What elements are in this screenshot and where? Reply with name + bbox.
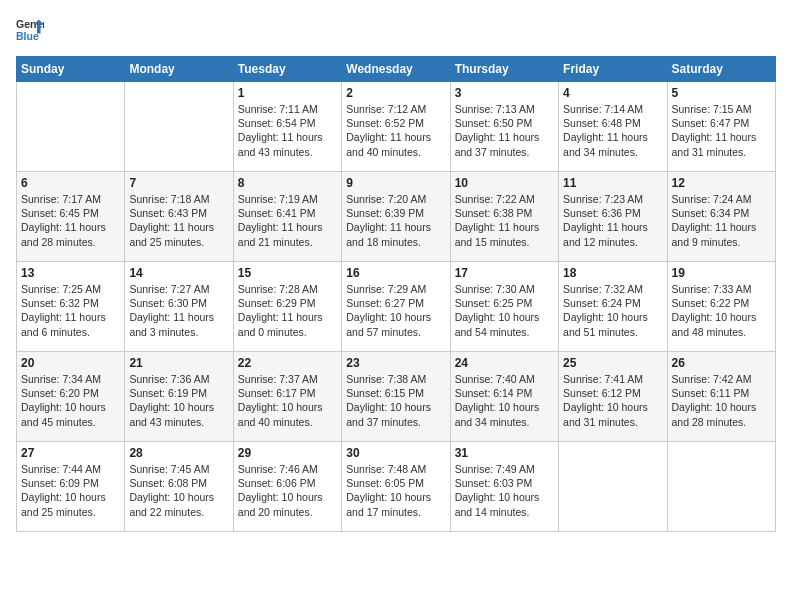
day-info: Sunrise: 7:41 AM Sunset: 6:12 PM Dayligh… (563, 372, 662, 429)
day-info: Sunrise: 7:48 AM Sunset: 6:05 PM Dayligh… (346, 462, 445, 519)
day-info: Sunrise: 7:20 AM Sunset: 6:39 PM Dayligh… (346, 192, 445, 249)
day-number: 26 (672, 356, 771, 370)
calendar-week-row: 1Sunrise: 7:11 AM Sunset: 6:54 PM Daylig… (17, 82, 776, 172)
day-info: Sunrise: 7:19 AM Sunset: 6:41 PM Dayligh… (238, 192, 337, 249)
day-number: 21 (129, 356, 228, 370)
day-number: 28 (129, 446, 228, 460)
calendar-cell: 31Sunrise: 7:49 AM Sunset: 6:03 PM Dayli… (450, 442, 558, 532)
calendar-cell: 26Sunrise: 7:42 AM Sunset: 6:11 PM Dayli… (667, 352, 775, 442)
day-info: Sunrise: 7:46 AM Sunset: 6:06 PM Dayligh… (238, 462, 337, 519)
day-info: Sunrise: 7:13 AM Sunset: 6:50 PM Dayligh… (455, 102, 554, 159)
day-header-saturday: Saturday (667, 57, 775, 82)
calendar-table: SundayMondayTuesdayWednesdayThursdayFrid… (16, 56, 776, 532)
calendar-cell: 2Sunrise: 7:12 AM Sunset: 6:52 PM Daylig… (342, 82, 450, 172)
calendar-cell: 1Sunrise: 7:11 AM Sunset: 6:54 PM Daylig… (233, 82, 341, 172)
page-header: General Blue (16, 16, 776, 44)
calendar-cell: 22Sunrise: 7:37 AM Sunset: 6:17 PM Dayli… (233, 352, 341, 442)
day-info: Sunrise: 7:28 AM Sunset: 6:29 PM Dayligh… (238, 282, 337, 339)
calendar-cell: 4Sunrise: 7:14 AM Sunset: 6:48 PM Daylig… (559, 82, 667, 172)
day-number: 2 (346, 86, 445, 100)
calendar-week-row: 20Sunrise: 7:34 AM Sunset: 6:20 PM Dayli… (17, 352, 776, 442)
day-number: 29 (238, 446, 337, 460)
day-header-sunday: Sunday (17, 57, 125, 82)
calendar-cell: 17Sunrise: 7:30 AM Sunset: 6:25 PM Dayli… (450, 262, 558, 352)
logo: General Blue (16, 16, 50, 44)
calendar-cell: 23Sunrise: 7:38 AM Sunset: 6:15 PM Dayli… (342, 352, 450, 442)
calendar-cell: 30Sunrise: 7:48 AM Sunset: 6:05 PM Dayli… (342, 442, 450, 532)
day-number: 18 (563, 266, 662, 280)
day-info: Sunrise: 7:14 AM Sunset: 6:48 PM Dayligh… (563, 102, 662, 159)
day-info: Sunrise: 7:25 AM Sunset: 6:32 PM Dayligh… (21, 282, 120, 339)
day-info: Sunrise: 7:37 AM Sunset: 6:17 PM Dayligh… (238, 372, 337, 429)
calendar-cell: 27Sunrise: 7:44 AM Sunset: 6:09 PM Dayli… (17, 442, 125, 532)
calendar-cell: 21Sunrise: 7:36 AM Sunset: 6:19 PM Dayli… (125, 352, 233, 442)
calendar-cell: 12Sunrise: 7:24 AM Sunset: 6:34 PM Dayli… (667, 172, 775, 262)
day-number: 8 (238, 176, 337, 190)
day-info: Sunrise: 7:17 AM Sunset: 6:45 PM Dayligh… (21, 192, 120, 249)
day-info: Sunrise: 7:33 AM Sunset: 6:22 PM Dayligh… (672, 282, 771, 339)
day-info: Sunrise: 7:36 AM Sunset: 6:19 PM Dayligh… (129, 372, 228, 429)
day-number: 19 (672, 266, 771, 280)
calendar-cell: 13Sunrise: 7:25 AM Sunset: 6:32 PM Dayli… (17, 262, 125, 352)
day-number: 14 (129, 266, 228, 280)
calendar-cell (559, 442, 667, 532)
calendar-cell (125, 82, 233, 172)
calendar-cell: 25Sunrise: 7:41 AM Sunset: 6:12 PM Dayli… (559, 352, 667, 442)
calendar-week-row: 27Sunrise: 7:44 AM Sunset: 6:09 PM Dayli… (17, 442, 776, 532)
calendar-cell: 29Sunrise: 7:46 AM Sunset: 6:06 PM Dayli… (233, 442, 341, 532)
day-number: 30 (346, 446, 445, 460)
day-info: Sunrise: 7:38 AM Sunset: 6:15 PM Dayligh… (346, 372, 445, 429)
calendar-cell (17, 82, 125, 172)
day-info: Sunrise: 7:15 AM Sunset: 6:47 PM Dayligh… (672, 102, 771, 159)
day-info: Sunrise: 7:27 AM Sunset: 6:30 PM Dayligh… (129, 282, 228, 339)
day-info: Sunrise: 7:22 AM Sunset: 6:38 PM Dayligh… (455, 192, 554, 249)
calendar-cell: 20Sunrise: 7:34 AM Sunset: 6:20 PM Dayli… (17, 352, 125, 442)
day-info: Sunrise: 7:23 AM Sunset: 6:36 PM Dayligh… (563, 192, 662, 249)
day-number: 6 (21, 176, 120, 190)
day-info: Sunrise: 7:44 AM Sunset: 6:09 PM Dayligh… (21, 462, 120, 519)
calendar-cell (667, 442, 775, 532)
day-info: Sunrise: 7:12 AM Sunset: 6:52 PM Dayligh… (346, 102, 445, 159)
day-number: 22 (238, 356, 337, 370)
day-number: 5 (672, 86, 771, 100)
day-info: Sunrise: 7:42 AM Sunset: 6:11 PM Dayligh… (672, 372, 771, 429)
day-info: Sunrise: 7:34 AM Sunset: 6:20 PM Dayligh… (21, 372, 120, 429)
day-info: Sunrise: 7:18 AM Sunset: 6:43 PM Dayligh… (129, 192, 228, 249)
day-number: 7 (129, 176, 228, 190)
calendar-body: 1Sunrise: 7:11 AM Sunset: 6:54 PM Daylig… (17, 82, 776, 532)
calendar-cell: 5Sunrise: 7:15 AM Sunset: 6:47 PM Daylig… (667, 82, 775, 172)
day-info: Sunrise: 7:45 AM Sunset: 6:08 PM Dayligh… (129, 462, 228, 519)
calendar-cell: 8Sunrise: 7:19 AM Sunset: 6:41 PM Daylig… (233, 172, 341, 262)
day-number: 17 (455, 266, 554, 280)
day-header-wednesday: Wednesday (342, 57, 450, 82)
day-info: Sunrise: 7:11 AM Sunset: 6:54 PM Dayligh… (238, 102, 337, 159)
day-info: Sunrise: 7:40 AM Sunset: 6:14 PM Dayligh… (455, 372, 554, 429)
day-number: 20 (21, 356, 120, 370)
day-header-friday: Friday (559, 57, 667, 82)
calendar-cell: 18Sunrise: 7:32 AM Sunset: 6:24 PM Dayli… (559, 262, 667, 352)
day-info: Sunrise: 7:32 AM Sunset: 6:24 PM Dayligh… (563, 282, 662, 339)
calendar-cell: 19Sunrise: 7:33 AM Sunset: 6:22 PM Dayli… (667, 262, 775, 352)
calendar-cell: 24Sunrise: 7:40 AM Sunset: 6:14 PM Dayli… (450, 352, 558, 442)
day-info: Sunrise: 7:49 AM Sunset: 6:03 PM Dayligh… (455, 462, 554, 519)
calendar-week-row: 13Sunrise: 7:25 AM Sunset: 6:32 PM Dayli… (17, 262, 776, 352)
day-number: 10 (455, 176, 554, 190)
day-header-monday: Monday (125, 57, 233, 82)
logo-icon: General Blue (16, 16, 44, 44)
day-number: 24 (455, 356, 554, 370)
svg-text:Blue: Blue (16, 30, 39, 42)
day-info: Sunrise: 7:30 AM Sunset: 6:25 PM Dayligh… (455, 282, 554, 339)
day-info: Sunrise: 7:24 AM Sunset: 6:34 PM Dayligh… (672, 192, 771, 249)
day-header-tuesday: Tuesday (233, 57, 341, 82)
calendar-cell: 16Sunrise: 7:29 AM Sunset: 6:27 PM Dayli… (342, 262, 450, 352)
day-number: 3 (455, 86, 554, 100)
day-number: 12 (672, 176, 771, 190)
day-number: 4 (563, 86, 662, 100)
calendar-cell: 14Sunrise: 7:27 AM Sunset: 6:30 PM Dayli… (125, 262, 233, 352)
day-number: 1 (238, 86, 337, 100)
calendar-cell: 7Sunrise: 7:18 AM Sunset: 6:43 PM Daylig… (125, 172, 233, 262)
calendar-cell: 11Sunrise: 7:23 AM Sunset: 6:36 PM Dayli… (559, 172, 667, 262)
calendar-header-row: SundayMondayTuesdayWednesdayThursdayFrid… (17, 57, 776, 82)
day-header-thursday: Thursday (450, 57, 558, 82)
day-number: 23 (346, 356, 445, 370)
